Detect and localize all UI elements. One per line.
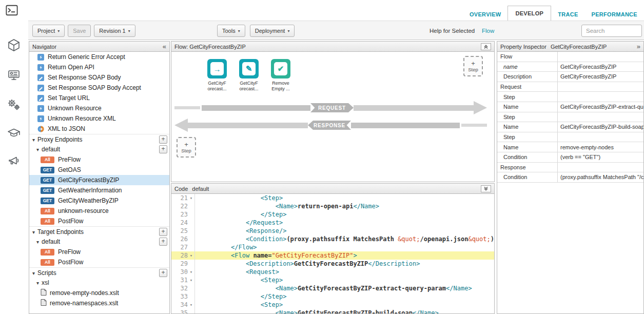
policy-item[interactable]: Unknown Resource (29, 103, 169, 113)
code-line[interactable]: 32<Name>GetCityForecastByZIP-extract-que… (171, 284, 494, 292)
expand-inspector-icon[interactable]: » (637, 43, 640, 50)
code-line-text[interactable]: <Response/> (195, 227, 286, 235)
tab-performance[interactable]: PERFORMANCE (585, 8, 644, 21)
expand-code-panel-icon[interactable] (481, 185, 491, 192)
add-step-button[interactable]: + Step (463, 56, 483, 76)
flow-step[interactable]: ✔ RemoveEmpty ... (269, 59, 292, 91)
terminal-icon[interactable] (5, 4, 18, 16)
line-number[interactable]: 35 (171, 309, 188, 313)
code-line-text[interactable]: </Flow> (195, 243, 257, 251)
flow-item-getweatherinformation[interactable]: GETGetWeatherInformation (29, 185, 169, 195)
learn-graduation-cap-icon[interactable] (7, 126, 21, 140)
line-number[interactable]: 28 (171, 251, 188, 260)
save-button[interactable]: Save (68, 25, 91, 37)
policy-item[interactable]: Return Generic Error Accept (29, 52, 169, 62)
add-flow-button[interactable]: + (159, 238, 167, 246)
tab-develop[interactable]: DEVELOP (508, 6, 551, 21)
code-line-text[interactable]: </Request> (195, 219, 283, 227)
collapse-flow-panel-icon[interactable] (481, 43, 491, 50)
fold-caret-icon[interactable]: ▾ (188, 301, 195, 309)
script-file-item[interactable]: remove-empty-nodes.xslt (29, 288, 169, 298)
flow-step[interactable]: → GetCityForecast... (205, 59, 229, 91)
scripts-group-xsl[interactable]: xsl (29, 278, 169, 288)
code-line-text[interactable]: </Step> (195, 210, 286, 219)
code-line-text[interactable]: </Step> (195, 292, 286, 301)
admin-gears-icon[interactable] (7, 97, 21, 112)
deployment-menu-button[interactable]: Deployment▾ (250, 25, 295, 37)
code-line[interactable]: 23</Step> (171, 210, 494, 219)
policy-item[interactable]: Return Open API (29, 62, 169, 72)
flow-step[interactable]: ✎ GetCityForecast... (237, 59, 261, 91)
add-target-endpoint-button[interactable]: + (159, 228, 167, 236)
code-line[interactable]: 25<Response/> (171, 227, 494, 235)
code-line[interactable]: 29<Description>GetCityForecastByZIP</Des… (171, 260, 494, 268)
line-number[interactable]: 22 (171, 202, 188, 210)
section-scripts[interactable]: Scripts+ (29, 267, 169, 278)
code-line[interactable]: 22<Name>return-open-api</Name> (171, 202, 494, 210)
line-number[interactable]: 27 (171, 243, 188, 251)
tab-trace[interactable]: TRACE (551, 8, 584, 21)
tools-menu-button[interactable]: Tools▾ (217, 25, 245, 37)
flow-item-getcityweatherbyzip[interactable]: GETGetCityWeatherByZIP (29, 195, 169, 206)
code-line[interactable]: 30▾<Request> (171, 268, 494, 276)
line-number[interactable]: 26 (171, 235, 188, 243)
flow-item-preflow[interactable]: AllPreFlow (29, 154, 169, 165)
code-line[interactable]: 26<Condition>(proxy.pathsuffix MatchesPa… (171, 235, 494, 243)
revision-menu-button[interactable]: Revision 1▾ (94, 25, 135, 37)
add-script-button[interactable]: + (159, 269, 167, 277)
search-input[interactable] (581, 25, 642, 37)
api-proxies-icon[interactable] (7, 38, 21, 52)
line-number[interactable]: 24 (171, 219, 188, 227)
line-number[interactable]: 21 (171, 194, 188, 202)
fold-caret-icon[interactable]: ▾ (188, 276, 195, 284)
line-number[interactable]: 31 (171, 276, 188, 284)
script-file-item[interactable]: remove-namespaces.xslt (29, 298, 169, 308)
add-step-button[interactable]: + Step (177, 137, 196, 158)
code-line-text[interactable]: <Request> (195, 268, 279, 276)
policy-item[interactable]: Set Response SOAP Body (29, 72, 169, 83)
code-line-text[interactable]: <Description>GetCityForecastByZIP</Descr… (195, 260, 420, 268)
code-line[interactable]: 27</Flow> (171, 243, 494, 251)
line-number[interactable]: 33 (171, 292, 188, 301)
code-line[interactable]: 35<Name>GetCityForecastByZIP-build-soap<… (171, 309, 494, 313)
develop-icon[interactable] (7, 68, 21, 82)
line-number[interactable]: 25 (171, 227, 188, 235)
policy-item[interactable]: Unknown Resource XML (29, 113, 169, 124)
flow-item-getoas[interactable]: GETGetOAS (29, 165, 169, 175)
add-proxy-endpoint-button[interactable]: + (159, 135, 167, 144)
property-row[interactable]: Condition(proxy.pathsuffix MatchesPath "… (497, 172, 643, 183)
project-menu-button[interactable]: Project▾ (32, 25, 65, 37)
fold-caret-icon[interactable]: ▾ (188, 194, 195, 202)
flow-item-getcityforecastbyzip[interactable]: GETGetCityForecastByZIP (29, 175, 169, 185)
property-row[interactable]: NameGetCityForecastByZIP-build-soap (497, 122, 643, 132)
code-line[interactable]: 31▾<Step> (171, 276, 494, 284)
policy-item[interactable]: XML to JSON (29, 124, 169, 134)
code-line[interactable]: 33</Step> (171, 292, 494, 301)
line-number[interactable]: 29 (171, 260, 188, 268)
tab-overview[interactable]: OVERVIEW (463, 8, 508, 21)
collapse-navigator-icon[interactable]: « (163, 43, 166, 50)
code-line[interactable]: 28▾<Flow name="GetCityForecastByZIP"> (171, 251, 494, 260)
property-row[interactable]: DescriptionGetCityForecastByZIP (497, 72, 643, 82)
line-number[interactable]: 30 (171, 268, 188, 276)
fold-caret-icon[interactable]: ▾ (188, 251, 195, 260)
support-megaphone-icon[interactable] (7, 154, 21, 168)
property-row[interactable]: Condition(verb == "GET") (497, 152, 643, 163)
code-line-text[interactable]: <Name>GetCityForecastByZIP-build-soap</N… (195, 309, 439, 313)
line-number[interactable]: 23 (171, 210, 188, 219)
target-endpoint-default[interactable]: default+ (29, 237, 169, 247)
code-line-text[interactable]: <Name>return-open-api</Name> (195, 202, 379, 210)
policy-item[interactable]: Set Target URL (29, 93, 169, 103)
property-row[interactable]: Nameremove-empty-nodes (497, 142, 643, 152)
target-flow-postflow[interactable]: AllPostFlow (29, 257, 169, 267)
property-row[interactable]: NameGetCityForecastByZIP-extract-query-p… (497, 102, 643, 112)
code-line-text[interactable]: <Flow name="GetCityForecastByZIP"> (195, 251, 357, 260)
code-line-text[interactable]: <Step> (195, 276, 283, 284)
code-line-text[interactable]: <Condition>(proxy.pathsuffix MatchesPath… (195, 235, 494, 243)
line-number[interactable]: 34 (171, 301, 188, 309)
line-number[interactable]: 32 (171, 284, 188, 292)
code-line-text[interactable]: <Step> (195, 194, 283, 202)
section-target-endpoints[interactable]: Target Endpoints+ (29, 226, 169, 237)
section-proxy-endpoints[interactable]: Proxy Endpoints+ (29, 134, 169, 144)
fold-caret-icon[interactable]: ▾ (188, 268, 195, 276)
